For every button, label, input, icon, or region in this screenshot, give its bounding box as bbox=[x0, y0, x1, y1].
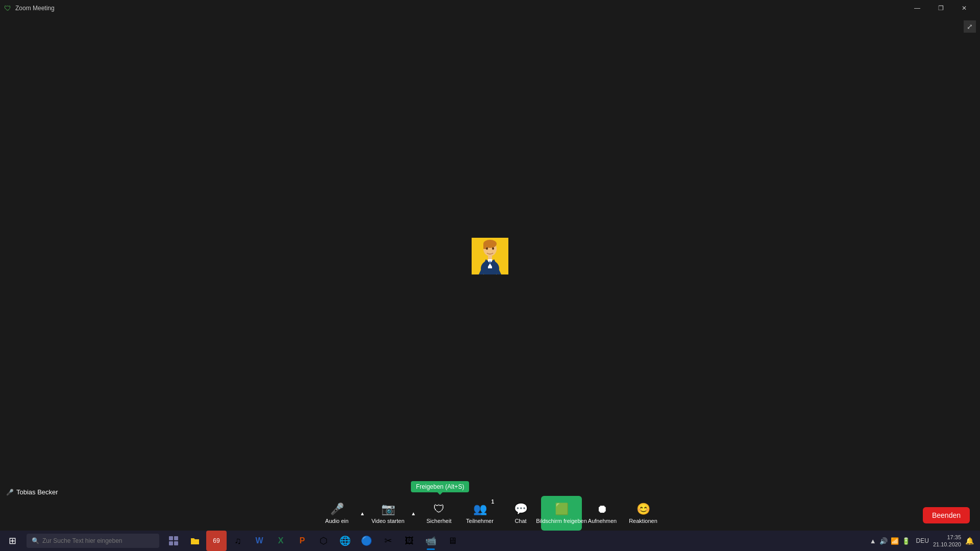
titlebar-title: Zoom Meeting bbox=[15, 5, 55, 12]
taskview-icon bbox=[168, 536, 179, 546]
taskbar-search-box[interactable]: 🔍 bbox=[27, 534, 159, 548]
restore-button[interactable]: ❐ bbox=[929, 0, 952, 16]
snippingtool-button[interactable]: ✂ bbox=[378, 531, 398, 551]
svg-rect-15 bbox=[174, 541, 178, 545]
powerpoint-button[interactable]: P bbox=[292, 531, 312, 551]
search-icon: 🔍 bbox=[32, 537, 39, 544]
participant-name: Tobias Becker bbox=[16, 488, 58, 496]
audio-button[interactable]: 🎤 Audio ein bbox=[316, 496, 357, 531]
mute-indicator-icon: 🎤 bbox=[6, 489, 14, 496]
excel-button[interactable]: X bbox=[271, 531, 291, 551]
share-screen-button[interactable]: 🟩 Bildschirm freigeben bbox=[541, 496, 582, 531]
participant-avatar bbox=[472, 238, 508, 274]
desktop-button[interactable]: 🖥 bbox=[442, 531, 462, 551]
svg-rect-13 bbox=[174, 536, 178, 540]
security-icon: 🛡 bbox=[433, 503, 445, 516]
share-label: Bildschirm freigeben bbox=[536, 518, 587, 524]
security-button[interactable]: 🛡 Sicherheit bbox=[419, 496, 459, 531]
main-content bbox=[0, 16, 980, 496]
participant-name-label: 🎤 Tobias Becker bbox=[6, 488, 58, 496]
network-icon[interactable]: 🔊 bbox=[879, 537, 888, 545]
taskbar-right: ▲ 🔊 📶 🔋 DEU 17:35 21.10.2020 🔔 bbox=[870, 534, 980, 548]
titlebar-controls: — ❐ ✕ bbox=[905, 0, 976, 16]
systray-arrow[interactable]: ▲ bbox=[870, 537, 876, 545]
titlebar: 🛡 Zoom Meeting — ❐ ✕ bbox=[0, 0, 980, 16]
notification-button[interactable]: 🔔 bbox=[965, 537, 974, 545]
end-meeting-button[interactable]: Beenden bbox=[923, 507, 970, 523]
titlebar-left: 🛡 Zoom Meeting bbox=[4, 4, 55, 12]
record-label: Aufnehmen bbox=[588, 518, 617, 524]
clock-time: 17:35 bbox=[947, 534, 961, 541]
search-input[interactable] bbox=[42, 537, 154, 544]
taskbar-apps: 69 ♫ W X P ⬡ 🌐 🔵 ✂ 🖼 📹 🖥 bbox=[163, 531, 462, 551]
participants-icon: 👥 bbox=[473, 503, 487, 516]
taskview-button[interactable] bbox=[163, 531, 184, 551]
counter-app-button[interactable]: 69 bbox=[206, 531, 227, 551]
security-label: Sicherheit bbox=[427, 518, 452, 524]
svg-rect-4 bbox=[488, 255, 492, 259]
audio-label: Audio ein bbox=[325, 518, 349, 524]
edge-button[interactable]: 🔵 bbox=[356, 531, 377, 551]
video-chevron[interactable]: ▲ bbox=[408, 496, 419, 531]
close-button[interactable]: ✕ bbox=[952, 0, 976, 16]
language-indicator: DEU bbox=[916, 537, 929, 544]
reactions-label: Reaktionen bbox=[629, 518, 657, 524]
chat-button[interactable]: 💬 Chat bbox=[500, 496, 541, 531]
app6-button[interactable]: ⬡ bbox=[313, 531, 334, 551]
svg-point-10 bbox=[486, 247, 488, 250]
share-button-wrapper: 🟩 Bildschirm freigeben bbox=[541, 496, 582, 531]
microphone-icon: 🎤 bbox=[330, 503, 344, 516]
clock-date: 21.10.2020 bbox=[933, 541, 961, 548]
end-label: Beenden bbox=[932, 511, 961, 519]
audio-chevron[interactable]: ▲ bbox=[357, 496, 368, 531]
chat-label: Chat bbox=[514, 518, 526, 524]
word-button[interactable]: W bbox=[249, 531, 270, 551]
shield-icon: 🛡 bbox=[4, 4, 12, 12]
video-button[interactable]: 📷 Video starten bbox=[368, 496, 408, 531]
participants-button[interactable]: 👥 1 Teilnehmer bbox=[459, 496, 500, 531]
systray: ▲ 🔊 📶 🔋 bbox=[870, 537, 910, 545]
camera-icon: 📷 bbox=[381, 503, 395, 516]
paint-button[interactable]: 🖼 bbox=[399, 531, 420, 551]
minimize-button[interactable]: — bbox=[905, 0, 929, 16]
reactions-icon: 😊 bbox=[636, 503, 650, 516]
battery-icon[interactable]: 🔋 bbox=[902, 537, 910, 545]
tooltip-text: Freigeben (Alt+S) bbox=[416, 483, 464, 490]
reactions-button[interactable]: 😊 Reaktionen bbox=[623, 496, 664, 531]
svg-rect-14 bbox=[169, 541, 173, 545]
video-control-group: 📷 Video starten ▲ bbox=[368, 496, 419, 531]
folder-icon bbox=[190, 536, 200, 546]
svg-rect-3 bbox=[483, 244, 486, 249]
record-icon: ⏺ bbox=[597, 503, 608, 516]
taskbar-clock[interactable]: 17:35 21.10.2020 bbox=[933, 534, 961, 548]
toolbar: 🎤 Audio ein ▲ 📷 Video starten ▲ 🛡 Sicher… bbox=[0, 496, 980, 531]
avatar-image bbox=[472, 238, 508, 274]
chat-icon: 💬 bbox=[514, 503, 528, 516]
chrome-button[interactable]: 🌐 bbox=[335, 531, 355, 551]
video-label: Video starten bbox=[372, 518, 405, 524]
participants-count: 1 bbox=[491, 499, 494, 505]
filemanager-button[interactable] bbox=[185, 531, 205, 551]
spotify-button[interactable]: ♫ bbox=[228, 531, 248, 551]
volume-icon[interactable]: 📶 bbox=[891, 537, 899, 545]
start-button[interactable]: ⊞ bbox=[0, 531, 24, 551]
svg-point-11 bbox=[492, 247, 494, 250]
windows-taskbar: ⊞ 🔍 69 ♫ W X P ⬡ bbox=[0, 531, 980, 551]
audio-control-group: 🎤 Audio ein ▲ bbox=[316, 496, 368, 531]
share-icon: 🟩 bbox=[555, 503, 569, 516]
expand-button[interactable]: ⤢ bbox=[964, 20, 976, 33]
avatar-svg bbox=[472, 238, 508, 274]
participants-label: Teilnehmer bbox=[466, 518, 494, 524]
share-tooltip: Freigeben (Alt+S) bbox=[411, 481, 469, 492]
record-button[interactable]: ⏺ Aufnehmen bbox=[582, 496, 623, 531]
svg-rect-12 bbox=[169, 536, 173, 540]
zoom-button[interactable]: 📹 bbox=[421, 531, 441, 551]
